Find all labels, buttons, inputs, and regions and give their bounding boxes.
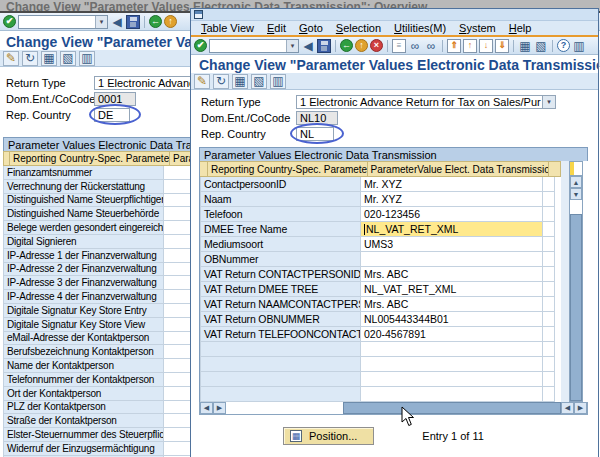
param-text-cell[interactable]: Telefoon [201,207,361,222]
spare-column-header[interactable] [549,161,561,177]
next-page-icon[interactable]: ↓ [479,39,493,53]
collapse-icon[interactable]: ◀ [110,15,124,29]
menu-selection[interactable]: Selection [336,22,381,34]
param-text-cell[interactable]: IP-Adresse 3 der Finanzverwaltung [4,276,164,290]
param-text-cell[interactable]: Ort der Kontaktperson [4,387,164,401]
vertical-scrollbar[interactable]: ▲ ▼ [569,161,583,402]
spare-cell[interactable] [543,237,555,252]
table-row[interactable] [200,372,561,387]
menu-edit[interactable]: Edit [267,22,286,34]
param-text-cell[interactable]: ContactpersoonID [201,177,361,192]
select-all-column-header[interactable] [200,161,208,177]
param-text-cell[interactable]: Naam [201,192,361,207]
menu-goto[interactable]: Goto [299,22,323,34]
param-text-cell[interactable]: VAT Return CONTACTPERSONID [201,267,361,282]
table-row[interactable]: NaamMr. XYZ [200,192,561,207]
rep-country-value[interactable]: DE [94,108,130,122]
help-icon[interactable]: ? [557,39,570,52]
find-next-icon[interactable]: ∞ [424,39,438,53]
refresh-icon[interactable]: ↻ [213,74,229,89]
print-icon[interactable]: ≡ [392,39,406,53]
foreground-window-titlebar[interactable] [191,9,598,21]
param-value-cell[interactable]: NL_VAT_RET_XML [361,222,543,237]
param-value-cell[interactable] [361,387,543,402]
menu-system[interactable]: System [459,22,496,34]
change-display-icon[interactable]: ✎ [3,51,19,66]
save-icon[interactable] [126,15,140,29]
copy-entries-icon[interactable]: ▧ [251,74,267,89]
new-entries-icon[interactable]: ▦ [41,51,57,66]
param-text-cell[interactable]: VAT Return NAAMCONTACTPERSOON [201,297,361,312]
param-text-cell[interactable]: Digital Signieren [4,235,164,249]
save-icon[interactable] [317,39,331,53]
table-row[interactable]: DMEE Tree NameNL_VAT_RET_XML [200,222,561,237]
table-row[interactable]: VAT Return TELEFOONCONTACTPERSOON020-456… [200,327,561,342]
spare-cell[interactable] [543,297,555,312]
param-text-cell[interactable]: eMail-Adresse der Kontaktperson [4,332,164,346]
spare-cell[interactable] [543,282,555,297]
param-text-cell[interactable]: DMEE Tree Name [201,222,361,237]
enter-icon[interactable]: ✔ [3,15,16,28]
spare-cell[interactable] [543,312,555,327]
param-value-cell[interactable] [361,342,543,357]
param-value-cell[interactable] [361,372,543,387]
table-row[interactable]: VAT Return DMEE TREENL_VAT_RET_XML [200,282,561,297]
param-text-cell[interactable]: Name der Kontaktperson [4,359,164,373]
param-text-cell[interactable]: Straße der Kontaktperson [4,414,164,428]
spare-cell[interactable] [543,357,555,372]
rep-country-value[interactable]: NL [296,127,334,141]
table-row[interactable]: VAT Return NAAMCONTACTPERSOONMrs. ABC [200,297,561,312]
scroll-right-button-2[interactable]: ▶ [574,402,587,414]
spare-cell[interactable] [543,267,555,282]
param-text-cell[interactable] [201,387,361,402]
param-text-cell[interactable]: Distinguished Name Steuerpflichtiger [4,194,164,208]
param-text-cell[interactable]: IP-Adresse 4 der Finanzverwaltung [4,290,164,304]
param-text-cell[interactable]: OBNummer [201,252,361,267]
param-text-cell[interactable]: IP-Adresse 1 der Finanzverwaltung [4,249,164,263]
cocode-value[interactable]: 0001 [94,92,136,106]
param-value-cell[interactable]: NL005443344B01 [361,312,543,327]
param-text-cell[interactable] [201,357,361,372]
param-text-cell[interactable]: Digitale Signatur Key Store View [4,318,164,332]
exit-icon[interactable]: ↑ [164,15,177,28]
param-text-cell[interactable]: VAT Return TELEFOONCONTACTPERSOON [201,327,361,342]
spare-cell[interactable] [543,252,555,267]
spare-cell[interactable] [543,222,555,237]
table-row[interactable]: MediumsoortUMS3 [200,237,561,252]
spare-cell[interactable] [543,342,555,357]
param-value-cell[interactable]: Mrs. ABC [361,297,543,312]
customize-icon[interactable]: ▥ [572,39,586,53]
horizontal-scroll-track[interactable] [226,402,343,414]
param-value-cell[interactable]: Mr. XYZ [361,192,543,207]
param-text-cell[interactable]: Distinguished Name Steuerbehörde [4,207,164,221]
param-text-column-header[interactable]: Reporting Country-Spec. Parameter Text [10,151,170,166]
return-type-dropdown-icon[interactable]: ▾ [543,95,556,109]
menu-utilities-m-[interactable]: Utilities(M) [394,22,446,34]
cocode-value[interactable]: NL10 [296,111,338,125]
table-row[interactable] [200,357,561,372]
last-page-icon[interactable]: ⇓ [495,39,509,53]
param-text-cell[interactable]: PLZ der Kontaktperson [4,401,164,415]
table-settings-icon[interactable] [570,162,582,176]
select-all-column-header[interactable] [3,151,10,166]
enter-icon[interactable]: ✔ [194,39,207,52]
param-value-cell[interactable]: Mrs. ABC [361,267,543,282]
table-row[interactable]: Telefoon020-123456 [200,207,561,222]
position-button[interactable]: ▦ Position... [283,427,374,445]
param-text-cell[interactable]: IP-Adresse 2 der Finanzverwaltung [4,263,164,277]
collapse-icon[interactable]: ◀ [301,39,315,53]
param-value-cell[interactable]: UMS3 [361,237,543,252]
param-text-cell[interactable]: Mediumsoort [201,237,361,252]
param-text-cell[interactable]: Belege werden gesondert eingereicht [4,221,164,235]
table-row[interactable]: VAT Return OBNUMMERNL005443344B01 [200,312,561,327]
cancel-icon[interactable]: × [370,39,383,52]
horizontal-scroll-thumb[interactable] [343,402,561,414]
param-text-cell[interactable]: Berufsbezeichnung Kontaktperson [4,345,164,359]
table-row[interactable] [200,342,561,357]
select-all-icon[interactable]: ▥ [79,51,95,66]
back-icon[interactable]: ← [340,39,353,52]
param-text-cell[interactable]: VAT Return OBNUMMER [201,312,361,327]
param-text-cell[interactable] [201,372,361,387]
new-session-icon[interactable]: ▦ [518,39,532,53]
table-row[interactable]: ContactpersoonIDMr. XYZ [200,177,561,192]
